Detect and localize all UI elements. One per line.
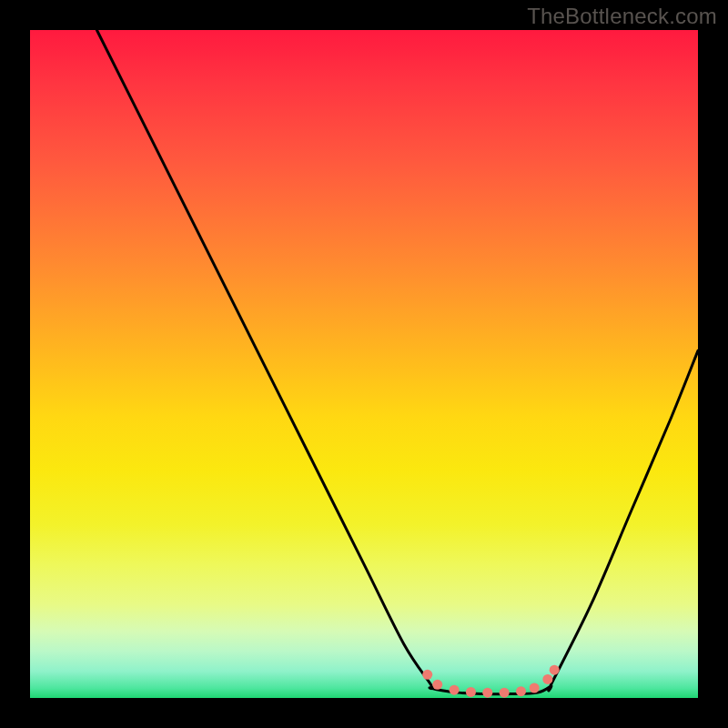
curve-layer <box>30 30 698 698</box>
highlight-dot <box>482 688 492 698</box>
highlight-dot <box>550 665 560 675</box>
highlight-dot <box>422 670 432 680</box>
highlight-dot <box>500 688 510 698</box>
bottleneck-curve <box>96 30 698 694</box>
highlight-dot <box>466 687 476 697</box>
highlight-dot <box>530 682 540 693</box>
highlight-dot <box>432 680 442 690</box>
highlight-dot <box>516 686 526 696</box>
watermark-text: TheBottleneck.com <box>527 4 717 29</box>
highlight-dot <box>542 674 552 684</box>
chart-frame: TheBottleneck.com <box>0 0 728 728</box>
plot-area <box>30 30 698 698</box>
highlight-dot <box>450 685 460 695</box>
